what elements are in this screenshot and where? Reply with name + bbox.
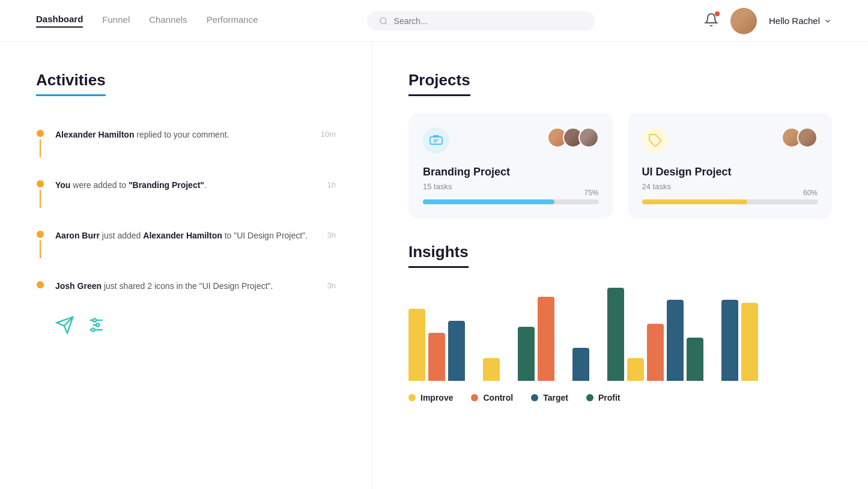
bar-teal <box>607 288 624 381</box>
activity-time: 10m <box>312 130 336 139</box>
bar-yellow <box>483 358 500 381</box>
activity-list: Alexander Hamilton replied to your comme… <box>36 118 336 303</box>
main-layout: Activities Alexander Hamilton replied to… <box>0 42 868 489</box>
activity-time: 3h <box>312 281 336 290</box>
legend-label: Control <box>483 393 513 402</box>
project-card-ui-design[interactable]: UI Design Project 24 tasks 60% <box>628 113 833 219</box>
progress-label: 75% <box>584 189 598 197</box>
nav-channels[interactable]: Channels <box>149 14 187 27</box>
svg-rect-10 <box>430 137 442 144</box>
bar-orange <box>538 297 554 381</box>
activity-line <box>40 190 41 208</box>
legend-dot <box>471 394 478 401</box>
activity-text: Alexander Hamilton replied to your comme… <box>55 130 229 139</box>
project-name: UI Design Project <box>642 166 818 178</box>
project-avatars <box>782 127 818 148</box>
legend-item-profit: Profit <box>586 393 621 402</box>
activity-row: Josh Green just shared 2 icons in the "U… <box>55 280 336 293</box>
insights-title: Insights <box>408 243 469 268</box>
legend-label: Profit <box>598 393 621 402</box>
project-icon <box>642 127 669 154</box>
user-avatar[interactable] <box>730 8 757 34</box>
activity-actor: Aaron Burr <box>55 231 100 240</box>
nav-right: Hello Rachel <box>704 8 832 34</box>
bar-group <box>721 300 758 381</box>
activity-timeline <box>36 229 44 258</box>
bar-group <box>483 358 500 381</box>
notification-bell[interactable] <box>704 13 718 29</box>
activity-dot <box>37 281 44 288</box>
activity-content: You were added to "Branding Project". <box>55 179 312 192</box>
user-menu[interactable]: Hello Rachel <box>769 16 832 26</box>
svg-point-9 <box>91 328 94 331</box>
bar-chart <box>408 285 832 381</box>
project-card-header <box>642 127 818 154</box>
svg-point-6 <box>93 318 96 321</box>
activity-text: Josh Green just shared 2 icons in the "U… <box>55 281 273 291</box>
chevron-down-icon <box>824 17 832 25</box>
progress-bar-fill <box>423 199 554 204</box>
activity-dot <box>37 130 44 137</box>
bar-group <box>607 288 703 381</box>
activity-actor: You <box>55 180 70 190</box>
legend-item-target: Target <box>531 393 568 402</box>
activity-timeline <box>36 179 44 208</box>
svg-point-0 <box>380 17 386 23</box>
avatar <box>578 127 599 148</box>
activity-row: Aaron Burr just added Alexander Hamilton… <box>55 229 336 242</box>
activity-timeline <box>36 129 44 157</box>
search-icon <box>379 16 388 26</box>
nav-funnel[interactable]: Funnel <box>102 14 130 27</box>
insights-section: Insights <box>408 243 832 402</box>
activity-row: Alexander Hamilton replied to your comme… <box>55 129 336 141</box>
list-item: You were added to "Branding Project". 1h <box>36 168 336 219</box>
progress-bar-bg <box>642 199 818 204</box>
send-icon[interactable] <box>55 315 74 337</box>
activity-text: Aaron Burr just added Alexander Hamilton… <box>55 231 308 240</box>
activity-actor: Josh Green <box>55 281 102 291</box>
activities-title: Activities <box>36 71 106 96</box>
activity-time: 1h <box>312 180 336 189</box>
progress-label: 60% <box>803 189 818 197</box>
bar-yellow <box>627 358 644 381</box>
activity-actor: Alexander Hamilton <box>55 130 134 139</box>
legend-dot <box>408 394 416 401</box>
projects-title: Projects <box>408 71 470 96</box>
left-panel: Activities Alexander Hamilton replied to… <box>0 42 372 489</box>
search-input[interactable] <box>394 16 583 26</box>
filter-icon[interactable] <box>86 315 106 337</box>
activity-line <box>40 240 41 258</box>
bar-yellow <box>741 303 758 381</box>
bar-group <box>518 297 554 381</box>
list-item: Aaron Burr just added Alexander Hamilton… <box>36 219 336 269</box>
nav-performance[interactable]: Performance <box>207 14 258 27</box>
bar-orange <box>647 324 664 381</box>
project-tasks: 24 tasks <box>642 182 818 191</box>
notification-dot <box>715 11 720 16</box>
project-card-branding[interactable]: Branding Project 15 tasks 75% <box>408 113 613 219</box>
activity-line <box>40 139 41 157</box>
activity-row: You were added to "Branding Project". 1h <box>55 179 336 192</box>
nav-search-area <box>294 11 668 31</box>
project-tasks: 15 tasks <box>423 182 599 191</box>
right-panel: Projects <box>372 42 868 489</box>
bar-teal2 <box>687 338 703 381</box>
activity-highlight: "Branding Project" <box>129 180 204 190</box>
project-name: Branding Project <box>423 166 599 178</box>
navbar: Dashboard Funnel Channels Performance He… <box>0 0 868 42</box>
nav-dashboard[interactable]: Dashboard <box>36 14 83 28</box>
search-box[interactable] <box>367 11 595 31</box>
activity-content: Aaron Burr just added Alexander Hamilton… <box>55 229 312 242</box>
progress-bar-fill <box>642 199 748 204</box>
progress-wrap: 75% <box>423 199 599 204</box>
bar-teal <box>518 327 535 381</box>
activity-content: Josh Green just shared 2 icons in the "U… <box>55 280 312 293</box>
project-avatars <box>547 127 599 148</box>
projects-grid: Branding Project 15 tasks 75% <box>408 113 832 219</box>
bar-group <box>408 309 465 381</box>
legend-item-improve: Improve <box>408 393 453 402</box>
project-icon <box>423 127 449 154</box>
project-card-header <box>423 127 599 154</box>
legend-label: Target <box>543 393 568 402</box>
activity-timeline <box>36 280 44 288</box>
